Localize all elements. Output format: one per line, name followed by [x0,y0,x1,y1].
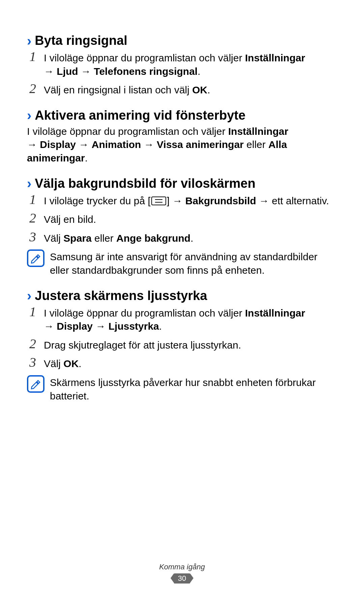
step-number: 2 [27,337,38,351]
chevron-right-icon: › [27,34,31,48]
step-list: 1 I viloläge öppnar du programlistan och… [27,50,337,97]
note-icon [27,375,44,393]
step-number: 3 [27,230,38,244]
list-item: 3 Välj Spara eller Ange bakgrund. [27,230,337,245]
section-heading: › Aktivera animering vid fönsterbyte [27,108,337,123]
step-number: 2 [27,211,38,225]
step-number: 1 [27,193,38,206]
step-text: Drag skjutreglaget för att justera ljuss… [44,337,337,352]
manual-page: › Byta ringsignal 1 I viloläge öppnar du… [0,0,364,597]
step-number: 1 [27,50,38,63]
section-title: Byta ringsignal [35,33,127,48]
section-title: Justera skärmens ljusstyrka [35,289,207,303]
step-text: Välj OK. [44,356,337,370]
list-item: 2 Drag skjutreglaget för att justera lju… [27,337,337,352]
list-item: 1 I viloläge öppnar du programlistan och… [27,50,337,78]
page-number-badge: 30 [174,573,190,584]
section-title: Aktivera animering vid fönsterbyte [35,108,245,123]
section-title: Välja bakgrundsbild för viloskärmen [35,176,255,191]
note-block: Skärmens ljusstyrka påverkar hur snabbt … [27,375,337,402]
list-item: 1 I viloläge trycker du på [] → Bakgrund… [27,193,337,208]
step-number: 2 [27,82,38,95]
section-heading: › Justera skärmens ljusstyrka [27,289,337,303]
chevron-right-icon: › [27,109,31,122]
list-item: 1 I viloläge öppnar du programlistan och… [27,305,337,333]
step-number: 1 [27,305,38,319]
note-block: Samsung är inte ansvarigt för användning… [27,249,337,277]
step-text: Välj en bild. [44,211,337,226]
section-heading: › Byta ringsignal [27,33,337,48]
section-paragraph: I viloläge öppnar du programlistan och v… [27,125,337,165]
step-list: 1 I viloläge trycker du på [] → Bakgrund… [27,193,337,245]
step-number: 3 [27,356,38,369]
step-text: Välj Spara eller Ange bakgrund. [44,230,337,245]
list-item: 2 Välj en bild. [27,211,337,226]
step-text: Välj en ringsignal i listan och välj OK. [44,82,337,97]
page-footer: Komma igång 30 [0,563,364,584]
step-text: I viloläge trycker du på [] → Bakgrundsb… [44,193,337,208]
list-item: 2 Välj en ringsignal i listan och välj O… [27,82,337,97]
chevron-right-icon: › [27,177,31,190]
note-text: Samsung är inte ansvarigt för användning… [50,249,337,277]
step-text: I viloläge öppnar du programlistan och v… [44,50,337,78]
note-text: Skärmens ljusstyrka påverkar hur snabbt … [50,375,337,402]
step-text: I viloläge öppnar du programlistan och v… [44,305,337,333]
footer-section-label: Komma igång [0,563,364,571]
list-item: 3 Välj OK. [27,356,337,370]
note-icon [27,249,44,267]
chevron-right-icon: › [27,289,31,302]
menu-button-icon [151,197,166,205]
section-heading: › Välja bakgrundsbild för viloskärmen [27,176,337,191]
step-list: 1 I viloläge öppnar du programlistan och… [27,305,337,370]
